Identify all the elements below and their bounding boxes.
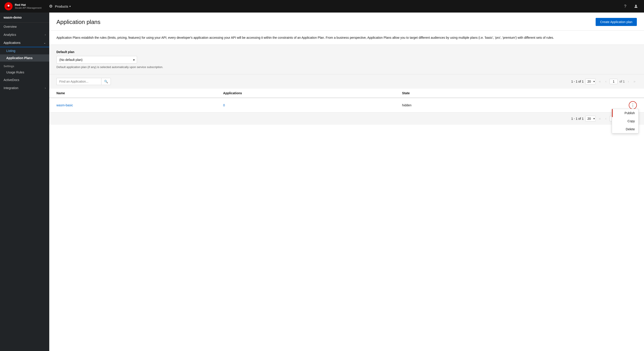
table-header: Name Applications State (49, 89, 644, 98)
bottom-page-count: 1 - 1 of 1 (571, 117, 584, 120)
page-header: Application plans Create Application pla… (49, 12, 644, 31)
default-plan-label: Default plan (56, 50, 637, 54)
col-applications: Applications (216, 89, 395, 98)
pagination-bottom: 1 - 1 of 1 20 ▾ « ‹ of 1 › » (49, 112, 644, 125)
per-page-select[interactable]: 20 (585, 78, 596, 84)
sidebar-item-activedocs[interactable]: ActiveDocs (0, 76, 49, 84)
default-plan-select-wrapper: (No default plan) ▾ (56, 56, 137, 64)
prev-page-button[interactable]: ‹ (604, 79, 608, 84)
bottom-per-page-select[interactable]: 20 (585, 116, 596, 122)
plan-state-cell: hidden (395, 98, 523, 112)
create-application-plan-button[interactable]: Create Application plan (596, 18, 637, 26)
bottom-prev-page-button[interactable]: ‹ (604, 116, 608, 121)
brand-logo-area: Red Hat 3scale API Management (4, 2, 42, 10)
user-button[interactable] (632, 3, 640, 10)
total-pages-label: of 1 (619, 80, 624, 83)
first-page-button[interactable]: « (598, 79, 602, 84)
col-actions (523, 89, 644, 98)
help-button[interactable]: ? (622, 3, 629, 10)
products-menu[interactable]: ⚙ Products ▾ (47, 2, 73, 10)
context-menu: Publish Copy Delete (612, 109, 639, 134)
plan-applications-cell: 0 (216, 98, 395, 112)
default-plan-hint: Default application plan (if any) is sel… (56, 65, 637, 69)
table-body: wasm-basic 0 hidden ⋮ Publish Copy Delet… (49, 98, 644, 112)
delete-menu-item[interactable]: Delete (612, 125, 638, 133)
nav-left: Red Hat 3scale API Management ⚙ Products… (4, 2, 73, 10)
search-button[interactable]: 🔍 (101, 78, 111, 85)
sidebar-item-applications[interactable]: Applications ⌄ (0, 39, 49, 47)
table-toolbar: 🔍 1 - 1 of 1 20 ▾ « ‹ of 1 › (49, 74, 644, 89)
page-count: 1 - 1 of 1 (571, 80, 584, 83)
brand-name: Red Hat (15, 3, 42, 7)
sidebar-item-integration[interactable]: Integration › (0, 84, 49, 92)
page-description: Application Plans establish the rules (l… (49, 31, 644, 45)
plan-actions-cell: ⋮ Publish Copy Delete (523, 98, 644, 112)
sidebar-sub-item-application-plans[interactable]: Application Plans (0, 54, 49, 62)
description-text: Application Plans establish the rules (l… (56, 36, 554, 40)
table-header-row: Name Applications State (49, 89, 644, 98)
sidebar-item-usage-rules[interactable]: Usage Rules (0, 69, 49, 76)
page-title: Application plans (56, 18, 100, 26)
default-plan-section: Default plan (No default plan) ▾ Default… (49, 45, 644, 74)
sidebar: wasm-demo Overview Analytics › Applicati… (0, 12, 49, 351)
sidebar-item-overview[interactable]: Overview (0, 22, 49, 31)
publish-menu-item[interactable]: Publish (612, 109, 638, 117)
last-page-button[interactable]: » (632, 79, 637, 84)
main-content: Application plans Create Application pla… (49, 12, 644, 351)
default-plan-select[interactable]: (No default plan) (56, 56, 137, 64)
top-navigation: Red Hat 3scale API Management ⚙ Products… (0, 0, 644, 12)
chevron-right-icon: › (45, 33, 46, 36)
copy-menu-item[interactable]: Copy (612, 117, 638, 125)
sidebar-settings-label: Settings (0, 62, 49, 69)
chevron-down-icon: ⌄ (44, 42, 46, 44)
pagination-top: 1 - 1 of 1 20 ▾ « ‹ of 1 › » (571, 78, 637, 84)
app-layout: wasm-demo Overview Analytics › Applicati… (0, 12, 644, 351)
brand-subtitle: 3scale API Management (15, 6, 42, 10)
products-icon: ⚙ (49, 4, 52, 9)
next-page-button[interactable]: › (626, 79, 630, 84)
bottom-first-page-button[interactable]: « (598, 116, 602, 121)
chevron-right-icon: › (45, 87, 46, 89)
svg-point-0 (6, 6, 10, 8)
search-input[interactable] (56, 78, 101, 85)
kebab-menu-button[interactable]: ⋮ (629, 101, 637, 109)
nav-right: ? (622, 3, 640, 10)
application-plans-table: Name Applications State wasm-basic 0 (49, 89, 644, 112)
svg-point-1 (635, 5, 637, 6)
col-name: Name (49, 89, 216, 98)
search-icon: 🔍 (104, 80, 108, 83)
sidebar-item-analytics[interactable]: Analytics › (0, 31, 49, 39)
search-wrapper: 🔍 (56, 78, 111, 85)
redhat-logo (4, 2, 12, 10)
sidebar-sub-item-listing[interactable]: Listing (0, 47, 49, 54)
plan-name-cell: wasm-basic (49, 98, 216, 112)
applications-count-link[interactable]: 0 (223, 104, 225, 107)
page-number-input[interactable] (610, 79, 618, 84)
products-label: Products (55, 4, 68, 8)
table-section: 🔍 1 - 1 of 1 20 ▾ « ‹ of 1 › (49, 74, 644, 125)
col-state: State (395, 89, 523, 98)
sidebar-tenant: wasm-demo (0, 12, 49, 22)
plan-name-link[interactable]: wasm-basic (56, 104, 73, 107)
table-row: wasm-basic 0 hidden ⋮ Publish Copy Delet… (49, 98, 644, 112)
chevron-down-icon: ▾ (70, 5, 71, 8)
